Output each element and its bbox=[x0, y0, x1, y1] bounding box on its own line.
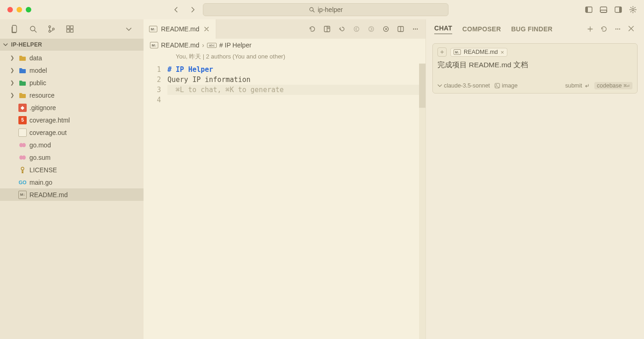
command-search[interactable]: ip-helper bbox=[203, 3, 448, 16]
authors-lens[interactable]: You, 昨天 | 2 authors (You and one other) bbox=[144, 52, 426, 64]
close-panel-icon[interactable] bbox=[627, 24, 636, 34]
add-context-button[interactable]: ＋ bbox=[437, 47, 447, 57]
panel-right-toggle-icon[interactable] bbox=[612, 3, 625, 16]
svg-point-27 bbox=[369, 27, 374, 32]
tree-file-go-mod[interactable]: go.mod bbox=[0, 139, 144, 151]
tree-folder-model[interactable]: ❯ model bbox=[0, 64, 144, 76]
svg-rect-4 bbox=[600, 7, 607, 12]
explorer-icon[interactable] bbox=[8, 23, 21, 35]
tree-item-label: data bbox=[29, 54, 42, 62]
folder-icon bbox=[18, 79, 27, 87]
source-control-icon[interactable] bbox=[45, 23, 58, 35]
tree-item-label: coverage.html bbox=[29, 117, 70, 124]
svg-line-1 bbox=[313, 11, 314, 12]
enter-icon bbox=[584, 83, 590, 88]
preview-icon[interactable] bbox=[321, 23, 334, 35]
search-icon bbox=[309, 6, 315, 13]
tree-file-gitignore[interactable]: ◆ .gitignore bbox=[0, 101, 144, 114]
tree-folder-resource[interactable]: ❯ resource bbox=[0, 89, 144, 101]
panel-bottom-toggle-icon[interactable] bbox=[597, 3, 610, 16]
markdown-icon: M↓ bbox=[150, 42, 158, 48]
settings-gear-icon[interactable] bbox=[627, 3, 639, 16]
go-sum-icon bbox=[18, 153, 27, 162]
remove-chip-icon[interactable]: × bbox=[500, 49, 504, 56]
tree-file-license[interactable]: LICENSE bbox=[0, 164, 144, 176]
svg-rect-15 bbox=[67, 29, 69, 32]
editor-toolbar bbox=[306, 19, 426, 39]
ai-prev-icon[interactable] bbox=[350, 23, 363, 35]
tree-file-readme[interactable]: M↓ README.md bbox=[0, 188, 144, 201]
chevron-down-icon[interactable]: claude-3.5-sonnet bbox=[437, 82, 490, 89]
license-icon bbox=[18, 166, 27, 174]
svg-rect-7 bbox=[619, 7, 621, 12]
search-sidebar-icon[interactable] bbox=[27, 23, 40, 35]
minimap-thumb[interactable] bbox=[419, 64, 426, 108]
folder-icon bbox=[18, 54, 27, 62]
html5-icon: 5 bbox=[18, 116, 27, 124]
svg-point-25 bbox=[328, 28, 329, 29]
tree-file-coverage-out[interactable]: coverage.out bbox=[0, 126, 144, 139]
tab-bug-finder[interactable]: BUG FINDER bbox=[511, 25, 552, 33]
project-name: IP-HELPER bbox=[11, 41, 42, 48]
breadcrumb-symbol: # IP Helper bbox=[219, 41, 252, 49]
close-tab-icon[interactable] bbox=[203, 25, 210, 33]
tree-item-label: README.md bbox=[29, 191, 68, 199]
context-chip-readme[interactable]: M↓ README.md × bbox=[450, 48, 507, 57]
chat-prompt-text[interactable]: 完成项目 README.md 文档 bbox=[437, 60, 632, 70]
tab-chat[interactable]: CHAT bbox=[434, 24, 452, 34]
code-area[interactable]: # IP Helper Query IP information ⌘L to c… bbox=[167, 64, 426, 339]
chevron-right-icon: › bbox=[202, 41, 204, 49]
fullscreen-window-button[interactable] bbox=[26, 7, 31, 12]
chevron-down-icon[interactable] bbox=[122, 23, 135, 35]
minimap[interactable] bbox=[419, 64, 426, 339]
tab-composer[interactable]: COMPOSER bbox=[462, 25, 501, 33]
nav-forward-button[interactable] bbox=[186, 3, 199, 16]
markdown-icon: M↓ bbox=[454, 49, 461, 55]
svg-point-35 bbox=[617, 29, 618, 29]
svg-point-12 bbox=[49, 30, 51, 32]
run-icon[interactable] bbox=[380, 23, 392, 35]
project-header[interactable]: IP-HELPER bbox=[0, 39, 144, 51]
breadcrumb[interactable]: M↓ README.md › abc # IP Helper bbox=[144, 39, 426, 52]
chevron-right-icon: ❯ bbox=[10, 55, 16, 61]
panel-left-toggle-icon[interactable] bbox=[582, 3, 595, 16]
submit-button[interactable]: submit bbox=[565, 82, 590, 89]
chat-input-card: ＋ M↓ README.md × 完成项目 README.md 文档 claud… bbox=[432, 43, 638, 94]
tree-folder-data[interactable]: ❯ data bbox=[0, 52, 144, 64]
chat-history-icon[interactable] bbox=[599, 24, 609, 34]
tree-item-label: go.sum bbox=[29, 154, 51, 161]
ai-rewind-icon[interactable] bbox=[335, 23, 348, 35]
tree-file-go-sum[interactable]: go.sum bbox=[0, 151, 144, 164]
new-chat-icon[interactable] bbox=[585, 24, 595, 34]
tree-file-main-go[interactable]: GO main.go bbox=[0, 176, 144, 188]
ai-next-icon[interactable] bbox=[365, 23, 378, 35]
editor-tab-readme[interactable]: M↓ README.md bbox=[144, 19, 216, 39]
split-editor-icon[interactable] bbox=[394, 23, 407, 35]
model-selector: claude-3.5-sonnet bbox=[444, 82, 490, 89]
attach-image-button[interactable]: image bbox=[494, 82, 518, 89]
svg-rect-3 bbox=[586, 7, 588, 12]
svg-point-26 bbox=[354, 27, 359, 32]
minimize-window-button[interactable] bbox=[17, 7, 22, 12]
tree-folder-public[interactable]: ❯ public bbox=[0, 76, 144, 89]
codebase-button[interactable]: codebase ⌘⏎ bbox=[594, 82, 632, 89]
folder-icon bbox=[18, 91, 27, 99]
go-mod-icon bbox=[18, 141, 27, 149]
chip-label: README.md bbox=[464, 49, 498, 55]
tree-item-label: public bbox=[29, 79, 46, 87]
nav-back-button[interactable] bbox=[170, 3, 183, 16]
svg-rect-17 bbox=[70, 26, 73, 29]
editor[interactable]: 1234 # IP Helper Query IP information ⌘L… bbox=[144, 64, 426, 339]
history-icon[interactable] bbox=[306, 23, 319, 35]
tree-item-label: resource bbox=[29, 92, 54, 99]
search-text: ip-helper bbox=[318, 6, 343, 13]
git-icon: ◆ bbox=[18, 104, 27, 112]
inline-hint: ⌘L to chat, ⌘K to generate bbox=[167, 85, 284, 95]
more-icon[interactable] bbox=[613, 24, 623, 34]
svg-point-33 bbox=[417, 29, 418, 29]
ai-panel: CHAT COMPOSER BUG FINDER ＋ M↓ README.md … bbox=[426, 19, 644, 339]
tree-file-coverage-html[interactable]: 5 coverage.html bbox=[0, 114, 144, 126]
extensions-icon[interactable] bbox=[63, 23, 76, 35]
close-window-button[interactable] bbox=[7, 7, 13, 12]
more-icon[interactable] bbox=[409, 23, 422, 35]
